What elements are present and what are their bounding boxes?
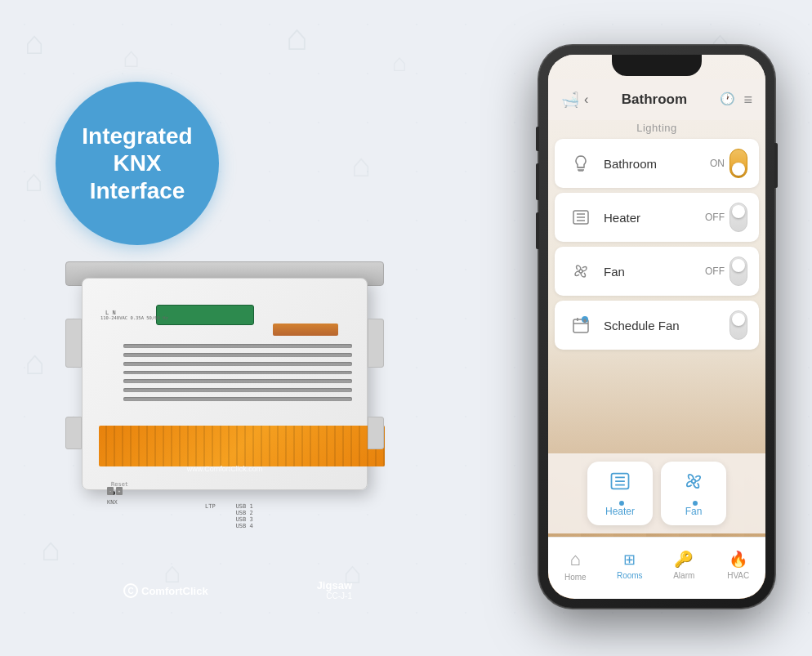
clock-icon[interactable]: 🕐	[720, 91, 735, 109]
list-item-schedule-fan[interactable]: + Schedule Fan	[555, 301, 759, 350]
volume-up-button[interactable]	[536, 163, 539, 200]
nav-hvac[interactable]: 🔥 HVAC	[716, 550, 761, 580]
fan-widget[interactable]: Fan	[661, 462, 726, 525]
header-icons: 🕐 ≡	[720, 91, 752, 109]
ribbon-cable	[273, 324, 338, 336]
clip-right-2	[368, 417, 384, 449]
device-body: L N 110-240VAC 0.35A 50/60 Hz C ComfortC…	[82, 278, 368, 490]
list-item-bathroom[interactable]: Bathroom ON	[555, 139, 759, 188]
bottom-nav: ⌂ Home ⊞ Rooms 🔑 Alarm 🔥 HVAC	[548, 537, 765, 599]
fan-status: OFF	[705, 257, 747, 286]
heater-toggle[interactable]	[729, 203, 747, 232]
schedule-fan-name: Schedule Fan	[604, 319, 729, 332]
svg-point-17	[692, 480, 696, 484]
bottom-labels: LTP USB 1 USB 2 USB 3 USB 4	[205, 503, 253, 529]
fan-item-name: Fan	[604, 265, 705, 279]
green-terminal	[156, 305, 254, 325]
knx-label: KNX	[107, 499, 118, 506]
bathroom-status: ON	[710, 149, 747, 178]
orange-stripe: C ComfortClick Jigsaw CC-J-1	[99, 426, 385, 466]
nav-rooms[interactable]: ⊞ Rooms	[607, 551, 652, 580]
heater-widget[interactable]: Heater	[587, 462, 653, 525]
bulb-icon	[566, 149, 596, 178]
alarm-icon: 🔑	[674, 550, 694, 569]
phone: 🛁 ‹ Bathroom 🕐 ≡ Lighting	[538, 45, 775, 609]
alarm-label: Alarm	[673, 571, 694, 580]
heater-status: OFF	[705, 203, 747, 232]
back-button[interactable]: 🛁 ‹	[561, 91, 588, 109]
bathroom-item-name: Bathroom	[604, 157, 710, 171]
volume-down-button[interactable]	[536, 212, 539, 249]
rooms-icon: ⊞	[623, 551, 636, 569]
vent-slots	[115, 336, 360, 409]
lighting-section: Lighting Bathroom ON	[548, 122, 765, 355]
svg-text:+: +	[584, 318, 587, 323]
schedule-icon: +	[566, 310, 596, 340]
power-button[interactable]	[774, 143, 778, 188]
knx-badge: Integrated KNX Interface	[56, 82, 219, 245]
knx-terminals: - +	[107, 487, 123, 495]
model-info: Jigsaw CC-J-1	[317, 579, 352, 600]
home-label: Home	[564, 573, 587, 582]
fan-widget-icon	[672, 470, 715, 498]
mute-button[interactable]	[536, 127, 539, 151]
fan-toggle[interactable]	[729, 257, 747, 286]
hvac-icon: 🔥	[729, 550, 748, 569]
list-item-heater[interactable]: Heater OFF	[555, 193, 759, 242]
fan-widget-label: Fan	[672, 506, 715, 517]
heater-widget-icon	[599, 470, 641, 498]
brand-name: C ComfortClick	[123, 583, 208, 598]
fan-icon	[566, 257, 596, 286]
page-title: Bathroom	[622, 91, 687, 108]
voltage-label: 110-240VAC 0.35A 50/60 Hz	[100, 315, 168, 320]
phone-notch	[612, 55, 702, 76]
device-container: L N 110-240VAC 0.35A 50/60 Hz C ComfortC…	[49, 253, 400, 539]
clip-left-1	[65, 319, 82, 368]
svg-point-6	[579, 270, 582, 273]
schedule-toggle[interactable]	[729, 310, 747, 340]
widgets-area: Heater Fan	[548, 453, 765, 533]
menu-icon[interactable]: ≡	[743, 91, 752, 109]
nav-home[interactable]: ⌂ Home	[553, 549, 598, 582]
home-icon: ⌂	[570, 549, 581, 570]
heater-widget-label: Heater	[599, 506, 641, 517]
back-icon: ‹	[584, 92, 588, 107]
nav-alarm[interactable]: 🔑 Alarm	[662, 550, 707, 580]
app-header: 🛁 ‹ Bathroom 🕐 ≡	[548, 79, 765, 120]
list-item-fan[interactable]: Fan OFF	[555, 247, 759, 296]
bath-icon: 🛁	[561, 91, 579, 109]
section-title: Lighting	[555, 122, 759, 134]
bathroom-toggle[interactable]	[729, 149, 747, 178]
heater-item-name: Heater	[604, 211, 705, 225]
clip-right-1	[368, 319, 384, 368]
clip-left-2	[65, 417, 82, 449]
hvac-label: HVAC	[727, 571, 749, 580]
rooms-label: Rooms	[617, 571, 643, 580]
website-label: www.ComfortClick.com	[187, 465, 263, 473]
heater-icon	[566, 203, 596, 232]
